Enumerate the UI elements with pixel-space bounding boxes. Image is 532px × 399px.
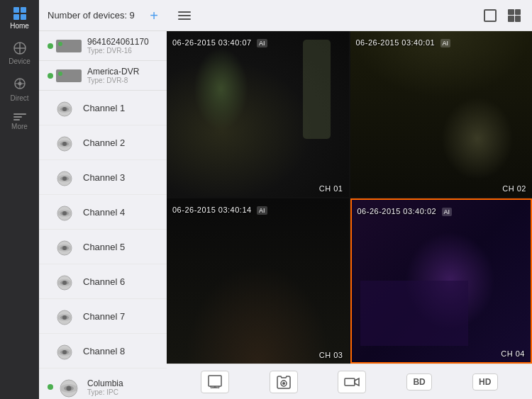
channel-label-3: CH 03 [319, 351, 343, 359]
video-overlay-4: 06-26-2015 03:40:02 AI CH 04 [352, 200, 531, 363]
status-dot-dvr2 [48, 73, 53, 79]
video-cell-3[interactable]: 06-26-2015 03:40:14 AI CH 03 [167, 198, 349, 364]
timestamp-2: 06-26-2015 03:40:01 AI [356, 35, 527, 48]
single-view-button[interactable] [484, 9, 497, 22]
more-icon [13, 113, 26, 120]
channel-item-5[interactable]: Channel 5 [39, 230, 167, 264]
camera-dome-icon-6 [53, 270, 76, 293]
svg-line-46 [211, 386, 211, 388]
dvr-item-2[interactable]: America-DVR Type: DVR-8 [39, 61, 167, 91]
ai-badge-1: AI [257, 39, 267, 47]
channel-item-8[interactable]: Channel 8 [39, 334, 167, 369]
channel-name-7: Channel 7 [83, 311, 125, 322]
channel-name-1: Channel 1 [83, 103, 125, 113]
quad-view-button[interactable] [508, 9, 521, 22]
camera-dome-icon-8 [53, 339, 76, 362]
bd-button[interactable]: BD [406, 373, 432, 390]
dvr-type-2: Type: DVR-8 [87, 77, 158, 84]
nav-label-more: More [11, 123, 28, 130]
device-count-label: Number of devices: 9 [48, 10, 135, 21]
dvr-icon-2 [56, 69, 82, 82]
svg-point-38 [62, 350, 67, 354]
nav-item-more[interactable]: More [0, 106, 39, 135]
camera-dome-icon-4 [53, 201, 76, 223]
nav-label-device: Device [9, 57, 31, 65]
screenshot-icon [276, 374, 292, 390]
channel-name-2: Channel 2 [83, 137, 125, 148]
nav-item-direct[interactable]: Direct [0, 69, 39, 106]
channel-item-1[interactable]: Channel 1 [39, 91, 167, 125]
svg-point-26 [62, 246, 67, 250]
svg-marker-51 [355, 378, 359, 386]
channel-item-7[interactable]: Channel 7 [39, 299, 167, 334]
svg-point-14 [62, 142, 67, 146]
channel-label-4: CH 04 [501, 349, 525, 358]
channel-item-3[interactable]: Channel 3 [39, 160, 167, 195]
record-button[interactable] [338, 371, 366, 393]
video-cell-1[interactable]: 06-26-2015 03:40:07 AI CH 01 [167, 31, 349, 197]
toolbar-right [484, 9, 521, 22]
bd-label: BD [413, 377, 425, 387]
video-overlay-1: 06-26-2015 03:40:07 AI CH 01 [167, 31, 349, 197]
channel-name-6: Channel 6 [83, 276, 125, 287]
video-overlay-3: 06-26-2015 03:40:14 AI CH 03 [167, 198, 349, 364]
toolbar-left [178, 11, 191, 20]
svg-point-18 [62, 176, 67, 181]
cut-screen-icon [207, 374, 223, 390]
dvr-item-1[interactable]: 9641624061170 Type: DVR-16 [39, 31, 167, 61]
channel-item-2[interactable]: Channel 2 [39, 125, 167, 160]
video-cell-4[interactable]: 06-26-2015 03:40:02 AI CH 04 [350, 198, 533, 364]
nav-item-home[interactable]: Home [0, 0, 39, 34]
direct-icon [13, 77, 27, 92]
add-device-button[interactable]: + [150, 9, 158, 23]
channel-name-5: Channel 5 [83, 242, 125, 252]
video-grid: 06-26-2015 03:40:07 AI CH 01 06-26-2015 … [167, 31, 532, 364]
dvr-type-1: Type: DVR-16 [87, 47, 158, 55]
ai-badge-4: AI [442, 208, 453, 216]
home-icon [13, 7, 26, 20]
dvr-info-1: 9641624061170 Type: DVR-16 [87, 37, 158, 55]
screenshot-button[interactable] [270, 371, 298, 393]
timestamp-4: 06-26-2015 03:40:02 AI [358, 204, 526, 217]
device-list-panel: Number of devices: 9 + 9641624061170 Typ… [39, 0, 167, 399]
ai-badge-3: AI [257, 206, 267, 215]
cut-screen-button[interactable] [201, 371, 229, 393]
channel-name-8: Channel 8 [83, 346, 125, 356]
hd-button[interactable]: HD [472, 373, 498, 390]
svg-point-10 [62, 107, 67, 111]
channel-item-6[interactable]: Channel 6 [39, 264, 167, 299]
channel-item-4[interactable]: Channel 4 [39, 195, 167, 230]
record-icon [344, 374, 360, 390]
nav-label-home: Home [10, 22, 29, 30]
top-toolbar [167, 0, 532, 31]
bottom-toolbar: BD HD [167, 364, 532, 399]
svg-point-49 [282, 382, 285, 385]
channel-name-3: Channel 3 [83, 172, 125, 183]
video-cell-2[interactable]: 06-26-2015 03:40:01 AI CH 02 [350, 31, 533, 197]
camera-dome-icon-7 [53, 305, 76, 327]
ai-badge-2: AI [440, 39, 451, 47]
nav-item-device[interactable]: Device [0, 34, 39, 69]
channel-label-2: CH 02 [502, 184, 526, 193]
device-list-body: 9641624061170 Type: DVR-16 America-DVR T… [39, 31, 167, 399]
camera-dome-icon-ipc [56, 374, 82, 399]
ipc-device-item[interactable]: Columbia Type: IPC [39, 369, 167, 399]
svg-point-6 [18, 82, 21, 86]
timestamp-1: 06-26-2015 03:40:07 AI [172, 35, 343, 48]
main-content: 06-26-2015 03:40:07 AI CH 01 06-26-2015 … [167, 0, 532, 399]
svg-point-30 [62, 281, 67, 285]
status-dot-dvr1 [48, 43, 53, 49]
menu-icon[interactable] [178, 11, 191, 20]
ipc-name: Columbia [87, 378, 158, 388]
timestamp-3: 06-26-2015 03:40:14 AI [172, 203, 343, 215]
svg-line-47 [218, 386, 219, 388]
svg-point-22 [62, 211, 67, 215]
camera-dome-icon-2 [53, 131, 76, 154]
device-icon [13, 41, 27, 55]
hd-label: HD [479, 377, 491, 387]
dvr-name-1: 9641624061170 [87, 37, 158, 47]
device-list-header: Number of devices: 9 + [39, 0, 167, 31]
video-overlay-2: 06-26-2015 03:40:01 AI CH 02 [350, 31, 533, 197]
svg-point-42 [67, 386, 72, 391]
svg-point-34 [62, 315, 67, 320]
